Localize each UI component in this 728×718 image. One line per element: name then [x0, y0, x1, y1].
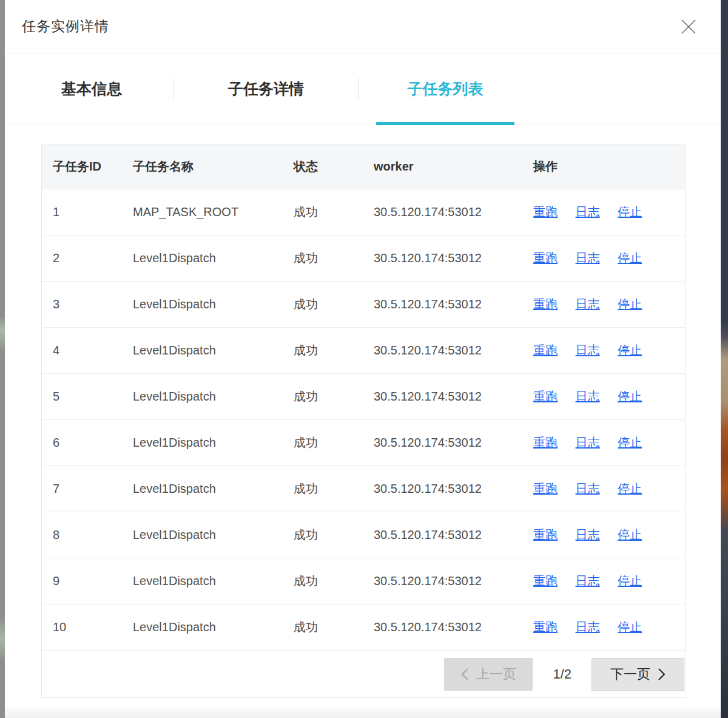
cell-worker: 30.5.120.174:53012 — [374, 390, 533, 404]
table-row: 5 Level1Dispatch 成功 30.5.120.174:53012 重… — [42, 373, 685, 419]
table-row: 4 Level1Dispatch 成功 30.5.120.174:53012 重… — [42, 327, 685, 373]
task-instance-detail-modal: 任务实例详情 基本信息 子任务详情 子任务列表 子任务ID 子任务名称 — [5, 0, 721, 718]
cell-actions: 重跑 日志 停止 — [533, 619, 685, 635]
action-log-link[interactable]: 日志 — [576, 390, 600, 403]
cell-subtask-id: 1 — [53, 205, 133, 219]
action-rerun-link[interactable]: 重跑 — [533, 528, 558, 541]
cell-subtask-name: MAP_TASK_ROOT — [133, 205, 294, 219]
cell-status: 成功 — [294, 573, 374, 589]
cell-actions: 重跑 日志 停止 — [533, 481, 685, 497]
tab-label: 子任务详情 — [228, 79, 304, 99]
action-stop-link[interactable]: 停止 — [618, 574, 642, 588]
header-cell-subtask-name: 子任务名称 — [133, 158, 294, 175]
tab-subtask-detail[interactable]: 子任务详情 — [174, 53, 358, 124]
cell-subtask-name: Level1Dispatch — [133, 251, 294, 265]
table-row: 8 Level1Dispatch 成功 30.5.120.174:53012 重… — [42, 512, 685, 558]
cell-worker: 30.5.120.174:53012 — [374, 482, 533, 496]
action-rerun-link[interactable]: 重跑 — [533, 574, 558, 588]
close-icon — [679, 18, 698, 36]
cell-actions: 重跑 日志 停止 — [533, 388, 685, 405]
cell-status: 成功 — [294, 250, 374, 266]
header-cell-status: 状态 — [294, 158, 374, 175]
cell-subtask-id: 4 — [53, 344, 133, 357]
cell-status: 成功 — [294, 619, 374, 635]
cell-subtask-id: 7 — [53, 482, 133, 496]
cell-subtask-name: Level1Dispatch — [133, 482, 294, 496]
cell-worker: 30.5.120.174:53012 — [374, 297, 533, 311]
close-button[interactable] — [677, 15, 700, 38]
cell-subtask-id: 8 — [53, 528, 133, 542]
table-row: 9 Level1Dispatch 成功 30.5.120.174:53012 重… — [42, 558, 685, 604]
action-stop-link[interactable]: 停止 — [618, 528, 642, 541]
action-log-link[interactable]: 日志 — [576, 436, 600, 449]
cell-subtask-name: Level1Dispatch — [133, 390, 294, 404]
action-log-link[interactable]: 日志 — [576, 205, 600, 218]
cell-worker: 30.5.120.174:53012 — [374, 528, 533, 542]
table-row: 6 Level1Dispatch 成功 30.5.120.174:53012 重… — [42, 419, 685, 466]
action-rerun-link[interactable]: 重跑 — [533, 390, 558, 403]
action-stop-link[interactable]: 停止 — [618, 251, 642, 265]
cell-subtask-id: 6 — [53, 436, 133, 450]
pagination: 上一页 1/2 下一页 — [42, 650, 685, 697]
cell-status: 成功 — [294, 296, 374, 313]
tab-basic-info[interactable]: 基本信息 — [10, 53, 174, 124]
cell-subtask-name: Level1Dispatch — [133, 436, 294, 450]
action-stop-link[interactable]: 停止 — [618, 205, 642, 218]
cell-subtask-id: 9 — [53, 574, 133, 588]
cell-actions: 重跑 日志 停止 — [533, 204, 685, 220]
cell-status: 成功 — [294, 527, 374, 543]
table-header-row: 子任务ID 子任务名称 状态 worker 操作 — [42, 144, 685, 189]
action-rerun-link[interactable]: 重跑 — [533, 251, 558, 265]
tab-subtask-list[interactable]: 子任务列表 — [359, 53, 532, 124]
prev-page-label: 上一页 — [476, 665, 516, 683]
action-stop-link[interactable]: 停止 — [618, 297, 642, 311]
table-row: 3 Level1Dispatch 成功 30.5.120.174:53012 重… — [42, 281, 685, 327]
header-cell-worker: worker — [374, 160, 533, 174]
action-stop-link[interactable]: 停止 — [618, 436, 642, 449]
cell-subtask-name: Level1Dispatch — [133, 574, 294, 588]
chevron-right-icon — [658, 668, 666, 681]
cell-status: 成功 — [294, 204, 374, 220]
table-row: 7 Level1Dispatch 成功 30.5.120.174:53012 重… — [42, 466, 685, 512]
cell-actions: 重跑 日志 停止 — [533, 435, 685, 451]
action-log-link[interactable]: 日志 — [576, 344, 600, 357]
action-stop-link[interactable]: 停止 — [618, 620, 642, 634]
cell-subtask-id: 3 — [53, 297, 133, 311]
action-log-link[interactable]: 日志 — [576, 620, 600, 634]
cell-subtask-name: Level1Dispatch — [133, 297, 294, 311]
action-log-link[interactable]: 日志 — [576, 297, 600, 311]
chevron-left-icon — [461, 668, 469, 681]
action-rerun-link[interactable]: 重跑 — [533, 344, 558, 357]
cell-worker: 30.5.120.174:53012 — [374, 620, 533, 634]
page-indicator: 1/2 — [553, 666, 571, 682]
tab-label: 子任务列表 — [408, 79, 484, 99]
action-log-link[interactable]: 日志 — [576, 528, 600, 541]
active-tab-underline — [376, 122, 514, 125]
next-page-button[interactable]: 下一页 — [592, 658, 684, 691]
action-rerun-link[interactable]: 重跑 — [533, 436, 558, 449]
action-stop-link[interactable]: 停止 — [618, 390, 642, 403]
cell-actions: 重跑 日志 停止 — [533, 296, 685, 313]
background-page-right-strip — [721, 0, 728, 718]
cell-status: 成功 — [294, 481, 374, 497]
cell-actions: 重跑 日志 停止 — [533, 250, 685, 266]
cell-subtask-id: 10 — [53, 620, 133, 634]
tab-label: 基本信息 — [61, 79, 122, 99]
action-stop-link[interactable]: 停止 — [618, 344, 642, 357]
cell-subtask-id: 2 — [53, 251, 133, 265]
action-log-link[interactable]: 日志 — [576, 251, 600, 265]
cell-worker: 30.5.120.174:53012 — [374, 205, 533, 219]
action-log-link[interactable]: 日志 — [576, 574, 600, 588]
header-cell-subtask-id: 子任务ID — [53, 158, 133, 175]
prev-page-button[interactable]: 上一页 — [444, 658, 533, 691]
action-rerun-link[interactable]: 重跑 — [533, 297, 558, 311]
header-cell-actions: 操作 — [533, 158, 685, 175]
action-rerun-link[interactable]: 重跑 — [533, 205, 558, 218]
cell-worker: 30.5.120.174:53012 — [374, 251, 533, 265]
action-stop-link[interactable]: 停止 — [618, 482, 642, 495]
table-row: 2 Level1Dispatch 成功 30.5.120.174:53012 重… — [42, 235, 685, 281]
action-rerun-link[interactable]: 重跑 — [533, 482, 558, 495]
action-log-link[interactable]: 日志 — [576, 482, 600, 495]
cell-status: 成功 — [294, 388, 374, 405]
action-rerun-link[interactable]: 重跑 — [533, 620, 558, 634]
